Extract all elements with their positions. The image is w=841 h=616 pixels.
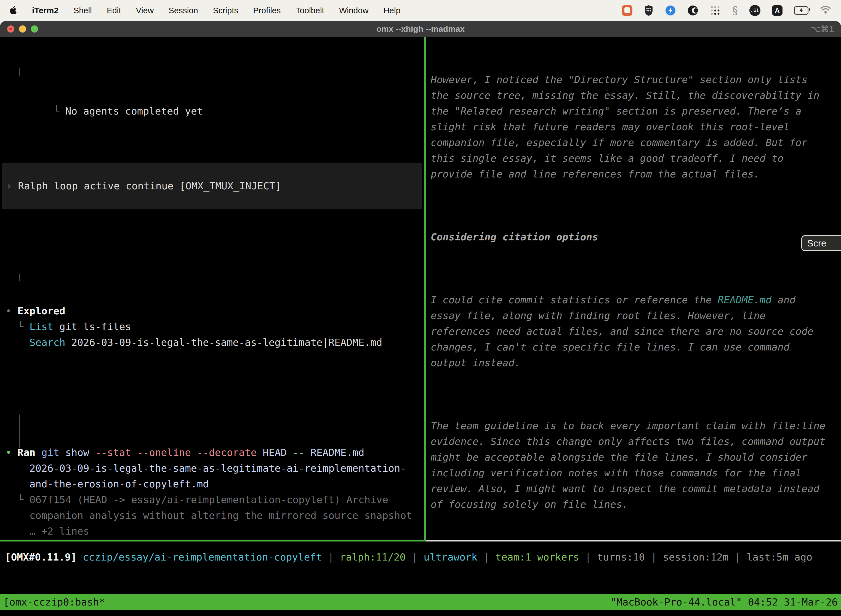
menu-item-window[interactable]: Window <box>339 6 369 15</box>
battery-icon[interactable] <box>794 6 809 15</box>
menu-item-help[interactable]: Help <box>384 6 401 15</box>
menu-item-session[interactable]: Session <box>168 6 198 15</box>
menu-item-view[interactable]: View <box>136 6 154 15</box>
screen-overlay-chip[interactable]: Scre <box>801 235 841 251</box>
tmux-host-clock: "MacBook-Pro-44.local" 04:52 31-Mar-26 <box>610 594 838 610</box>
tree-line <box>19 69 20 76</box>
window-shortcut-hint: ⌥⌘1 <box>811 24 834 34</box>
menu-item-scripts[interactable]: Scripts <box>213 6 238 15</box>
agents-status-line: └ No agents completed yet <box>6 72 424 119</box>
tree-line <box>19 274 20 281</box>
usage-badge-icon[interactable]: ..61 <box>749 5 760 16</box>
reasoning-paragraph-3: The team guideline is to back every impo… <box>431 418 841 512</box>
menu-item-edit[interactable]: Edit <box>107 6 121 15</box>
ralph-loop-banner: › Ralph loop active continue [OMX_TMUX_I… <box>2 163 422 209</box>
window-title: omx --xhigh --madmax <box>0 24 841 34</box>
menu-item-toolbelt[interactable]: Toolbelt <box>296 6 324 15</box>
hook-icon[interactable]: § <box>732 5 738 16</box>
lightning-badge-icon[interactable] <box>665 5 676 16</box>
iterm-window: omx --xhigh --madmax ⌥⌘1 └ No agents com… <box>0 21 841 616</box>
apple-menu-icon[interactable] <box>10 6 17 15</box>
menu-item-shell[interactable]: Shell <box>73 6 92 15</box>
reasoning-paragraph-2: I could cite commit statistics or refere… <box>431 292 841 371</box>
menu-items: iTerm2 Shell Edit View Session Scripts P… <box>10 6 400 15</box>
wifi-icon[interactable] <box>820 6 831 15</box>
menu-item-profiles[interactable]: Profiles <box>253 6 281 15</box>
shield-icon[interactable] <box>644 5 653 16</box>
menu-status-icons: § ..61 A <box>622 5 831 16</box>
chat-bubble-icon[interactable] <box>622 5 632 16</box>
explored-section: • Explored └ List git ls-files Search 20… <box>6 256 424 350</box>
dots-grid-icon[interactable] <box>710 5 721 16</box>
bottom-region: [OMX#0.11.9] cczip/essay/ai-reimplementa… <box>0 541 841 616</box>
menu-item-app[interactable]: iTerm2 <box>32 6 59 15</box>
reasoning-heading: Considering citation options <box>431 229 841 245</box>
input-source-icon[interactable]: A <box>772 5 782 16</box>
terminal-pane-right[interactable]: However, I noticed the "Directory Struct… <box>426 37 841 541</box>
git-show-command-block: • Ran git show --stat --oneline --decora… <box>6 397 424 541</box>
tree-line <box>19 415 20 448</box>
tmux-panes: └ No agents completed yet › Ralph loop a… <box>0 37 841 541</box>
terminal-pane-left[interactable]: └ No agents completed yet › Ralph loop a… <box>0 37 424 541</box>
omx-status-bar: [OMX#0.11.9] cczip/essay/ai-reimplementa… <box>0 541 841 565</box>
tmux-window-label[interactable]: [omx-cczip0:bash* <box>3 594 105 610</box>
menu-bar: iTerm2 Shell Edit View Session Scripts P… <box>0 0 841 21</box>
title-bar[interactable]: omx --xhigh --madmax ⌥⌘1 <box>0 21 841 37</box>
pie-circle-icon[interactable] <box>687 5 698 16</box>
tmux-status-bar: [omx-cczip0:bash* "MacBook-Pro-44.local"… <box>0 594 841 610</box>
reasoning-paragraph-1: However, I noticed the "Directory Struct… <box>431 72 841 182</box>
